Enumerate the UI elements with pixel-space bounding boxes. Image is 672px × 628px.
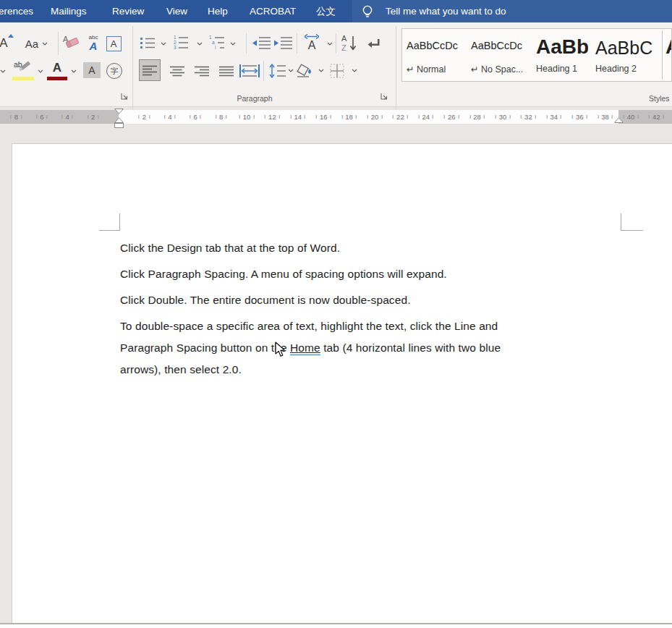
grow-font-arrow-icon (8, 34, 14, 38)
style-heading-1[interactable]: AaBbC Heading 1 (536, 29, 588, 81)
divider (58, 32, 59, 55)
align-left-button[interactable] (139, 59, 161, 81)
mouse-cursor-icon (275, 341, 286, 357)
chevron-down-icon[interactable] (352, 69, 357, 72)
paragraph-mark-icon (367, 37, 381, 48)
phonetic-guide-button[interactable]: abc A (85, 29, 102, 56)
align-left-icon (143, 65, 157, 76)
group-separator (132, 26, 133, 122)
paint-bucket-icon (296, 63, 315, 79)
divider (246, 33, 247, 54)
ruler-number: 38 (597, 110, 613, 124)
tab-help[interactable]: Help (208, 0, 228, 22)
font-color-swatch (47, 77, 67, 80)
ruler-number: 28 (469, 110, 485, 124)
ruler-number: 26 (444, 110, 459, 124)
chevron-down-icon[interactable] (327, 42, 333, 46)
ruler-number: 6 (36, 110, 47, 124)
chevron-down-icon[interactable] (230, 42, 236, 46)
highlighter-pen-icon (16, 59, 33, 73)
borders-button[interactable] (327, 61, 347, 81)
text-area-crop-mark-left (99, 213, 120, 231)
decrease-indent-button[interactable] (252, 33, 272, 52)
divider (297, 33, 297, 54)
tab-gongwen[interactable]: 公文 (316, 0, 336, 22)
document-line: Paragraph Spacing button on the Home tab… (120, 337, 612, 359)
style-next-partial[interactable]: AaB (665, 29, 672, 81)
sort-button[interactable]: A Z (340, 30, 359, 55)
change-case-button[interactable]: Aa (22, 33, 42, 54)
svg-text:3: 3 (174, 45, 176, 50)
chevron-down-icon[interactable] (0, 69, 6, 73)
document-text[interactable]: Click the Design tab that at the top of … (120, 237, 612, 385)
text-area-crop-mark-right (621, 213, 643, 231)
group-separator (396, 26, 396, 122)
enclose-characters-button[interactable]: 字 (106, 61, 123, 80)
tab-view[interactable]: View (166, 0, 187, 22)
chevron-down-icon[interactable] (161, 42, 166, 46)
line-spacing-icon (268, 64, 286, 78)
numbering-button[interactable]: 1 2 3 (172, 32, 190, 54)
left-indent-marker[interactable] (114, 123, 124, 128)
style-no-spacing[interactable]: AaBbCcDc ↵ No Spac... (471, 29, 533, 81)
grow-font-button[interactable]: A (0, 33, 12, 54)
shading-button[interactable] (295, 61, 315, 81)
align-right-button[interactable] (192, 63, 211, 79)
line-spacing-button[interactable] (268, 61, 286, 81)
align-center-icon (170, 66, 184, 77)
home-link[interactable]: Home (290, 341, 320, 354)
justify-button[interactable] (217, 63, 236, 79)
ruler-number: 36 (572, 110, 587, 124)
sort-az-icon: A Z (341, 33, 357, 52)
tellme-label[interactable]: Tell me what you want to do (386, 0, 506, 22)
align-right-icon (195, 66, 209, 77)
character-scaling-button[interactable]: A (301, 30, 323, 55)
document-paragraph: To double-space a specific area of text,… (120, 315, 612, 381)
tab-references[interactable]: erences (0, 0, 33, 22)
align-center-button[interactable] (168, 63, 187, 79)
chevron-down-icon[interactable] (71, 69, 77, 73)
increase-indent-button[interactable] (273, 33, 294, 52)
horizontal-ruler: 8642246810121416182022242628303234363840… (0, 109, 672, 128)
character-border-button[interactable]: A (105, 33, 122, 54)
chevron-down-icon[interactable] (197, 42, 203, 46)
decrease-indent-icon (252, 36, 271, 50)
tab-review[interactable]: Review (112, 0, 144, 22)
ruler-number: 10 (239, 110, 255, 124)
ruler-number: 16 (316, 110, 331, 124)
document-paragraph: Click Paragraph Spacing. A menu of spaci… (120, 263, 612, 285)
divider (662, 30, 663, 80)
ruler-number: 30 (496, 110, 511, 124)
clear-formatting-button[interactable]: A (62, 32, 81, 54)
ribbon: A Aa A abc A A ab (0, 22, 672, 107)
ruler-number: 32 (521, 110, 536, 124)
multilevel-list-button[interactable]: 1 a i (208, 32, 226, 54)
svg-text:A: A (341, 34, 347, 43)
show-hide-marks-button[interactable] (365, 33, 383, 52)
svg-text:a: a (212, 40, 215, 45)
chevron-down-icon[interactable] (38, 69, 43, 73)
font-dialog-launcher[interactable] (121, 93, 129, 101)
style-normal[interactable]: AaBbCcDc ↵ Normal (407, 29, 469, 81)
bullets-button[interactable] (139, 33, 156, 52)
svg-text:i: i (215, 45, 216, 50)
divider (263, 61, 264, 81)
right-indent-marker[interactable] (614, 117, 624, 123)
styles-gallery: AaBbCcDc ↵ Normal AaBbCcDc ↵ No Spac... … (401, 28, 672, 82)
paragraph-dialog-launcher[interactable] (380, 93, 388, 101)
font-color-button[interactable]: A (46, 60, 68, 80)
chevron-down-icon[interactable] (318, 69, 324, 72)
first-line-indent-marker[interactable] (114, 109, 124, 114)
text-highlight-color-button[interactable]: ab (12, 60, 35, 80)
character-shading-button[interactable]: A (82, 61, 101, 80)
highlight-color-swatch (12, 77, 34, 80)
svg-text:2: 2 (174, 40, 176, 45)
chevron-down-icon[interactable] (288, 69, 294, 72)
tab-mailings[interactable]: Mailings (51, 0, 87, 22)
chevron-down-icon[interactable] (42, 42, 48, 46)
svg-text:1: 1 (174, 35, 176, 40)
distributed-button[interactable] (239, 61, 260, 81)
style-heading-2[interactable]: AaBbC Heading 2 (595, 29, 658, 81)
tab-acrobat[interactable]: ACROBAT (250, 0, 296, 22)
ruler-number: 2 (88, 110, 98, 124)
